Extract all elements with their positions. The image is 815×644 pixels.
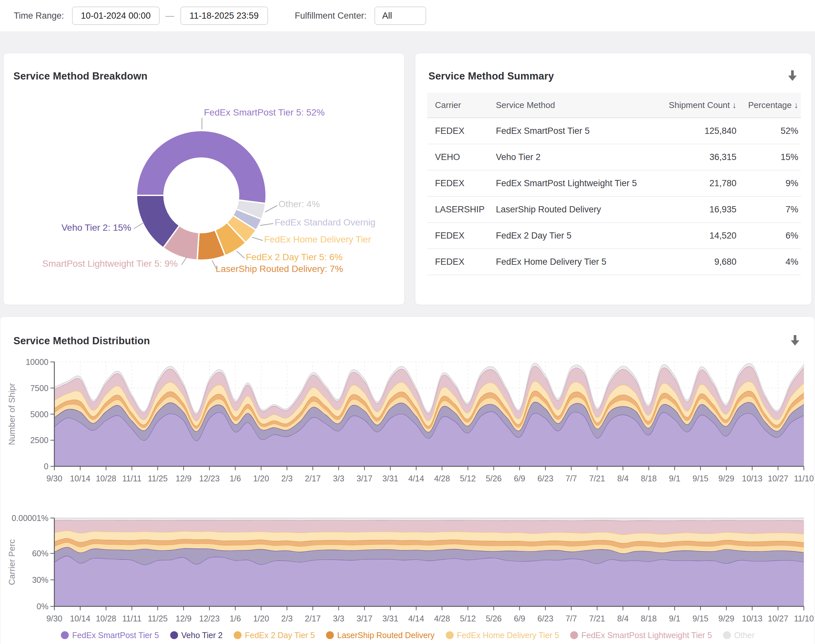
- y-tick-label: 0: [44, 462, 48, 471]
- x-tick-label: 12/23: [200, 474, 220, 483]
- donut-label-leader: [265, 205, 277, 212]
- cell-carrier: VEHO: [427, 152, 496, 162]
- x-tick-label: 12/23: [200, 614, 220, 623]
- table-row: FEDEXFedEx SmartPost Tier 5125,84052%: [427, 118, 801, 144]
- x-tick-label: 12/9: [175, 614, 192, 623]
- x-tick-label: 6/23: [537, 614, 554, 623]
- legend-item[interactable]: FedEx Home Delivery Tier 5: [446, 630, 559, 640]
- legend-item-label: FedEx 2 Day Tier 5: [245, 630, 315, 640]
- donut-slice-label: FedEx SmartPost Tier 5: 52%: [204, 107, 325, 118]
- legend-item[interactable]: Other: [723, 630, 755, 640]
- x-tick-label: 4/28: [434, 614, 450, 623]
- x-tick-label: 4/28: [434, 474, 450, 483]
- service-method-distribution-card: Service Method Distribution 025005000750…: [0, 316, 815, 644]
- cell-shipment-count: 125,840: [660, 126, 737, 136]
- x-tick-label: 8/4: [617, 614, 629, 623]
- table-row: FEDEXFedEx Home Delivery Tier 59,6804%: [427, 249, 801, 275]
- x-tick-label: 3/31: [382, 614, 398, 623]
- y-tick-label: 5000: [30, 410, 48, 419]
- legend-item-label: Other: [734, 630, 755, 640]
- cell-service-method: LaserShip Routed Delivery: [496, 204, 660, 215]
- col-header-percentage[interactable]: Percentage ↓: [737, 100, 801, 110]
- x-tick-label: 6/9: [514, 474, 525, 483]
- x-tick-label: 10/14: [70, 474, 91, 483]
- cell-shipment-count: 36,315: [660, 152, 737, 162]
- summary-title: Service Method Summary: [428, 71, 554, 82]
- distribution-charts-svg: 0250050007500100009/3010/1410/2811/1111/…: [0, 317, 815, 624]
- donut-slice-label: Veho Tier 2: 15%: [61, 222, 131, 233]
- legend-item[interactable]: FedEx SmartPost Lightweight Tier 5: [570, 630, 712, 640]
- col-header-shipment-count[interactable]: Shipment Count ↓: [660, 100, 737, 110]
- y-tick-label: 60%: [32, 549, 48, 558]
- x-tick-label: 7/7: [566, 474, 577, 483]
- legend-item[interactable]: FedEx 2 Day Tier 5: [234, 630, 315, 640]
- donut-slice-label: FedEx Home Delivery Tier: [264, 234, 371, 244]
- legend-item-label: FedEx Home Delivery Tier 5: [457, 630, 559, 640]
- donut-label-leader: [236, 251, 244, 258]
- legend-color-dot-icon: [234, 631, 241, 639]
- cell-shipment-count: 16,935: [660, 204, 737, 215]
- x-tick-label: 8/4: [617, 474, 629, 483]
- donut-slice-label: SmartPost Lightweight Tier 5: 9%: [42, 259, 178, 269]
- cell-service-method: FedEx Home Delivery Tier 5: [496, 257, 660, 267]
- y-axis-title: Carrier Perc: [7, 539, 17, 585]
- cell-service-method: Veho Tier 2: [496, 152, 660, 162]
- fulfillment-center-select[interactable]: All: [375, 6, 426, 25]
- table-row: VEHOVeho Tier 236,31515%: [427, 144, 801, 170]
- service-method-summary-card: Service Method Summary Carrier Service M…: [415, 53, 812, 305]
- summary-table-header: Carrier Service Method Shipment Count ↓ …: [427, 93, 801, 118]
- cell-shipment-count: 14,520: [660, 231, 737, 241]
- legend-color-dot-icon: [61, 631, 69, 639]
- legend-color-dot-icon: [326, 631, 334, 639]
- donut-slice-label: FedEx Standard Overnig: [275, 217, 375, 227]
- x-tick-label: 9/1: [669, 614, 680, 623]
- area-band[interactable]: [54, 556, 804, 606]
- service-method-donut-chart: FedEx SmartPost Tier 5: 52%Other: 4%FedE…: [4, 70, 405, 305]
- x-tick-label: 2/3: [281, 474, 293, 483]
- legend-item-label: LaserShip Routed Delivery: [337, 630, 434, 640]
- x-tick-label: 11/25: [148, 474, 168, 483]
- legend-color-dot-icon: [723, 631, 731, 639]
- x-tick-label: 10/28: [96, 614, 117, 623]
- donut-slice[interactable]: [137, 130, 266, 204]
- x-tick-label: 10/27: [768, 614, 789, 623]
- x-tick-label: 10/13: [742, 614, 763, 623]
- start-date-input[interactable]: 10-01-2024 00:00: [72, 6, 160, 25]
- donut-label-leader: [134, 222, 144, 229]
- x-tick-label: 9/15: [692, 474, 709, 483]
- col-header-service-method[interactable]: Service Method: [496, 100, 660, 110]
- cell-carrier: FEDEX: [427, 231, 496, 241]
- x-tick-label: 10/27: [768, 474, 789, 483]
- x-tick-label: 3/3: [333, 614, 344, 623]
- end-date-input[interactable]: 11-18-2025 23:59: [180, 6, 268, 25]
- x-tick-label: 6/9: [514, 614, 525, 623]
- legend-item-label: Veho Tier 2: [181, 630, 223, 640]
- cell-service-method: FedEx SmartPost Lightweight Tier 5: [496, 178, 660, 189]
- x-tick-label: 11/25: [148, 614, 168, 623]
- x-tick-label: 11/11: [122, 474, 141, 483]
- x-tick-label: 3/3: [333, 474, 344, 483]
- donut-slice-label: FedEx 2 Day Tier 5: 6%: [246, 252, 343, 262]
- table-row: LASERSHIPLaserShip Routed Delivery16,935…: [427, 197, 801, 223]
- time-range-label: Time Range:: [14, 11, 64, 21]
- cell-shipment-count: 21,780: [660, 178, 737, 189]
- x-tick-label: 1/6: [229, 614, 241, 623]
- x-tick-label: 6/23: [537, 474, 554, 483]
- x-tick-label: 8/18: [641, 614, 657, 623]
- col-header-carrier[interactable]: Carrier: [427, 100, 496, 110]
- cell-percentage: 4%: [737, 257, 801, 267]
- cell-shipment-count: 9,680: [660, 257, 737, 267]
- donut-label-leader: [252, 237, 263, 241]
- legend-item[interactable]: Veho Tier 2: [170, 630, 223, 640]
- x-tick-label: 2/17: [305, 614, 321, 623]
- x-tick-label: 2/17: [305, 474, 321, 483]
- x-tick-label: 10/14: [70, 614, 91, 623]
- donut-slice-label: Other: 4%: [279, 199, 320, 209]
- x-tick-label: 7/21: [589, 474, 605, 483]
- legend-color-dot-icon: [446, 631, 454, 639]
- download-arrow-icon: [787, 70, 797, 81]
- summary-download-button[interactable]: [785, 68, 800, 83]
- x-tick-label: 12/9: [175, 474, 192, 483]
- legend-item[interactable]: LaserShip Routed Delivery: [326, 630, 434, 640]
- legend-item[interactable]: FedEx SmartPost Tier 5: [61, 630, 159, 640]
